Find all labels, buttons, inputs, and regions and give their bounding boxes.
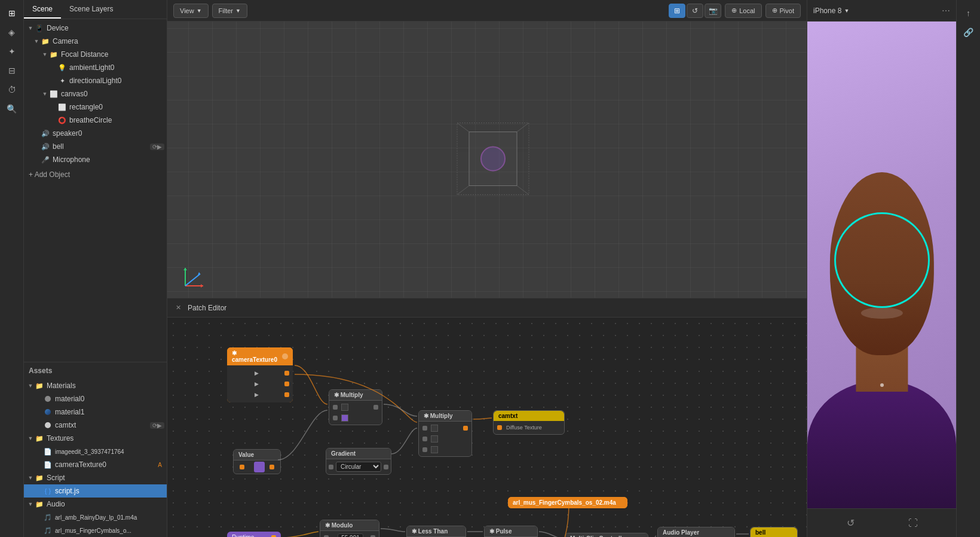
multiply1-in1[interactable] (333, 405, 338, 410)
tree-item-camera[interactable]: ▼ 📁 Camera (24, 35, 167, 48)
port-out-2[interactable] (284, 382, 289, 386)
iphone-preview: iPhone 8 ▼ ⋯ ↺ ⛶ (807, 0, 956, 537)
tree-item-material0[interactable]: ▶ material0 (24, 392, 167, 405)
node-runtime[interactable]: Runtime (227, 532, 281, 537)
camtxt-in[interactable] (497, 425, 502, 430)
refresh-button[interactable]: ↺ (687, 4, 703, 18)
toolbar-search-icon[interactable]: 🔍 (4, 100, 20, 117)
iphone-refresh-button[interactable]: ↺ (842, 515, 859, 532)
node-modulo-header: ✱ Modulo (320, 520, 379, 531)
node-modulo[interactable]: ✱ Modulo 55.991 10 (320, 520, 379, 537)
multiply2-in2[interactable] (422, 437, 427, 441)
tree-item-breathecircle[interactable]: ▶ ⭕ breatheCircle (24, 114, 167, 127)
node-cameratexture0[interactable]: ✱ cameraTexture0 ▶ ▶ ▶ (227, 347, 293, 402)
gradient-in[interactable] (329, 465, 333, 469)
face-area (807, 144, 956, 509)
tree-arrow-focal: ▼ (41, 51, 49, 57)
tree-item-ambient[interactable]: ▶ 💡 ambientLight0 (24, 61, 167, 74)
audio-file-out[interactable] (620, 501, 624, 505)
iphone-model-selector[interactable]: iPhone 8 ▼ (813, 7, 849, 15)
screenshot-button[interactable]: 📷 (705, 4, 721, 18)
node-multiclip[interactable]: Multi-Clip Controller Play (565, 533, 648, 537)
multiply1-in2[interactable] (333, 416, 338, 420)
tree-label-breathe: breatheCircle (69, 116, 112, 124)
svg-line-3 (517, 123, 529, 132)
tree-item-materials[interactable]: ▼ 📁 Materials (24, 379, 167, 392)
value-out2[interactable] (270, 465, 274, 469)
node-multiply1-body (329, 401, 382, 425)
breathe-icon: ⭕ (57, 117, 67, 124)
gradient-type-select[interactable]: Circular Linear (336, 462, 381, 472)
ambient-icon: 💡 (57, 64, 67, 72)
iphone-more-button[interactable]: ⋯ (942, 6, 950, 16)
viewport[interactable] (167, 22, 807, 298)
tree-item-imageedit[interactable]: ▶ 📄 imageedit_3_3937471764 (24, 445, 167, 458)
node-less-than[interactable]: ✱ Less Than 5.991 0.5 (406, 526, 466, 537)
tree-item-speaker[interactable]: ▶ 🔊 speaker0 (24, 127, 167, 140)
node-camtxt[interactable]: camtxt Diffuse Texture (493, 410, 565, 435)
tree-item-device[interactable]: ▼ 📱 Device (24, 22, 167, 35)
node-audio-player[interactable]: Audio Player Audio Clip Controller (657, 527, 735, 537)
right-toolbar-share-icon[interactable]: ↑ (960, 5, 977, 22)
multiply2-in1[interactable] (422, 426, 427, 431)
tree-item-material1[interactable]: ▶ material1 (24, 405, 167, 419)
viewport-toolbar: View ▼ Filter ▼ ⊞ ↺ 📷 ⊕ Local ⊕ Pivot (167, 0, 807, 22)
node-multiply1[interactable]: ✱ Multiply (329, 389, 382, 425)
modulo-val1[interactable]: 55.991 (338, 533, 363, 538)
tree-item-audio2[interactable]: ▶ 🎵 arl_mus_FingerCymbals_o... (24, 524, 167, 537)
focal-folder-icon: 📁 (49, 51, 59, 59)
port-out-3[interactable] (284, 392, 289, 397)
port-out-1[interactable] (284, 371, 289, 376)
value-out[interactable] (240, 465, 244, 469)
tree-item-focal-distance[interactable]: ▼ 📁 Focal Distance (24, 48, 167, 61)
tree-item-audio-folder[interactable]: ▼ 📁 Audio (24, 498, 167, 511)
canvas-icon: ⬜ (49, 90, 59, 98)
node-gradient[interactable]: Gradient Circular Linear (326, 448, 391, 475)
multiply2-in3[interactable] (422, 447, 427, 452)
right-toolbar-link-icon[interactable]: 🔗 (960, 24, 977, 41)
gradient-out[interactable] (384, 465, 388, 469)
tree-item-audio1[interactable]: ▶ 🎵 arl_amb_RainyDay_lp_01.m4a (24, 511, 167, 524)
iphone-expand-button[interactable]: ⛶ (905, 515, 921, 532)
node-bell[interactable]: bell Audio (750, 527, 798, 537)
view-button[interactable]: View ▼ (173, 4, 209, 18)
node-multiply1-header: ✱ Multiply (329, 390, 382, 401)
grid-view-button[interactable]: ⊞ (669, 4, 685, 18)
tree-item-scriptjs[interactable]: ▶ { } script.js (24, 484, 167, 498)
toolbar-timeline-icon[interactable]: ⏱ (4, 81, 20, 98)
tree-item-canvas[interactable]: ▼ ⬜ canvas0 (24, 87, 167, 100)
filter-chevron-icon: ▼ (235, 8, 241, 14)
toolbar-assets-icon[interactable]: ◈ (4, 24, 20, 41)
scene-panel: Scene Scene Layers ▼ 📱 Device ▼ 📁 Camera… (24, 0, 167, 537)
device-icon: 📱 (35, 25, 44, 32)
tree-label-focal: Focal Distance (61, 50, 108, 59)
add-object-button[interactable]: + Add Object (24, 166, 167, 183)
tree-item-cameratexture[interactable]: ▶ 📄 cameraTexture0 A (24, 458, 167, 471)
tree-item-script-folder[interactable]: ▼ 📁 Script (24, 471, 167, 484)
right-toolbar: ↑ 🔗 (956, 0, 980, 537)
tree-item-textures[interactable]: ▼ 📁 Textures (24, 432, 167, 445)
tree-item-bell[interactable]: ▶ 🔊 bell ⟳▶ (24, 140, 167, 153)
multiply2-out[interactable] (463, 426, 468, 431)
node-pulse[interactable]: ✱ Pulse On / Off (484, 526, 538, 537)
node-multiply2[interactable]: ✱ Multiply (418, 410, 472, 457)
filter-button[interactable]: Filter ▼ (212, 4, 247, 18)
iphone-model-label: iPhone 8 (813, 7, 841, 15)
tab-scene[interactable]: Scene (24, 0, 61, 19)
tab-layers[interactable]: Scene Layers (61, 0, 121, 19)
scene-tree: ▼ 📱 Device ▼ 📁 Camera ▼ 📁 Focal Distance… (24, 19, 167, 362)
tree-item-rectangle[interactable]: ▶ ⬜ rectangle0 (24, 100, 167, 114)
tree-item-directional[interactable]: ▶ ✦ directionalLight0 (24, 74, 167, 87)
runtime-out[interactable] (271, 535, 276, 538)
patch-close-button[interactable]: ✕ (173, 303, 183, 313)
node-value[interactable]: Value (233, 449, 281, 474)
node-audio-file[interactable]: arl_mus_FingerCymbals_os_02.m4a (508, 497, 627, 508)
toolbar-inspector-icon[interactable]: ⊟ (4, 62, 20, 79)
multiply1-out[interactable] (373, 405, 378, 410)
toolbar-scene-icon[interactable]: ⊞ (4, 5, 20, 22)
tree-item-microphone[interactable]: ▶ 🎤 Microphone (24, 153, 167, 166)
patch-canvas[interactable]: ✱ cameraTexture0 ▶ ▶ ▶ (167, 318, 807, 537)
tree-item-camtxt[interactable]: ▶ camtxt ⟳▶ (24, 419, 167, 432)
toolbar-effects-icon[interactable]: ✦ (4, 43, 20, 60)
node-cameratexture0-header: ✱ cameraTexture0 (227, 347, 293, 365)
